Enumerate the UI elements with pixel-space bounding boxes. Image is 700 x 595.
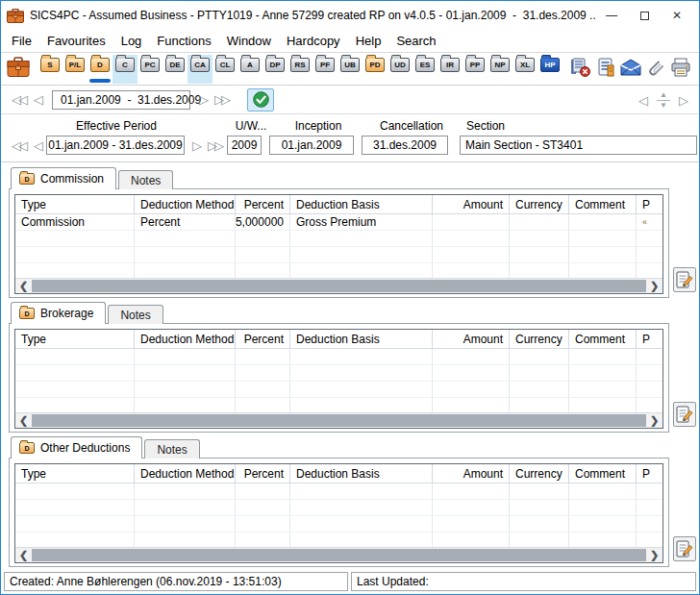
scrollbar-right-arrow[interactable]: ❯ — [646, 279, 662, 293]
column-header-comment[interactable]: Comment — [569, 195, 637, 213]
column-header-comment[interactable]: Comment — [569, 464, 637, 483]
column-header-deduction-method[interactable]: Deduction Method — [135, 195, 236, 213]
edit-other-deductions-button[interactable] — [673, 536, 696, 561]
minimize-button[interactable]: — — [595, 3, 628, 28]
maximize-button[interactable] — [628, 3, 661, 28]
delete-record-icon[interactable] — [568, 55, 593, 80]
scrollbar-right-arrow[interactable]: ❯ — [646, 413, 662, 428]
toolbar-button-ud[interactable]: UD — [388, 55, 412, 84]
column-header-type[interactable]: Type — [15, 195, 135, 213]
table-row-empty-0[interactable] — [15, 231, 662, 247]
menu-log[interactable]: Log — [113, 34, 150, 48]
confirm-button[interactable] — [247, 88, 274, 112]
toolbar-button-pd[interactable]: PD — [362, 55, 388, 84]
attachment-icon[interactable] — [643, 55, 668, 80]
column-header-amount[interactable]: Amount — [433, 195, 510, 213]
toolbar-button-es[interactable]: ES — [412, 55, 438, 84]
column-header-currency[interactable]: Currency — [510, 195, 569, 213]
next-record-button[interactable]: ▷ — [196, 93, 212, 106]
briefcase-icon[interactable] — [7, 57, 30, 78]
close-button[interactable]: ✕ — [661, 3, 693, 28]
tab-brokerage[interactable]: DBrokerage — [11, 302, 106, 324]
column-header-p[interactable]: P — [637, 330, 662, 348]
column-header-percent[interactable]: Percent — [236, 330, 290, 348]
column-header-p[interactable]: P — [637, 464, 662, 483]
effective-last-button[interactable]: ▷▷ — [205, 139, 227, 152]
column-header-percent[interactable]: Percent — [236, 195, 290, 213]
scrollbar-left-arrow[interactable]: ❮ — [15, 279, 32, 293]
scrollbar-left-arrow[interactable]: ❮ — [15, 548, 32, 562]
last-record-button[interactable]: ▷▷ — [212, 93, 234, 106]
toolbar-button-ub[interactable]: UB — [338, 55, 362, 84]
column-header-type[interactable]: Type — [15, 330, 135, 348]
toolbar-button-s[interactable]: S — [38, 55, 62, 84]
toolbar-button-ca[interactable]: CA — [188, 55, 212, 84]
menu-file[interactable]: File — [4, 34, 39, 48]
toolbar-button-cl[interactable]: CL — [212, 55, 238, 84]
first-record-button[interactable]: ◁◁ — [9, 93, 31, 106]
column-header-deduction-basis[interactable]: Deduction Basis — [290, 330, 433, 348]
table-row-empty-2[interactable] — [15, 516, 662, 533]
report-list-icon[interactable] — [593, 55, 618, 80]
effective-period-field[interactable]: 01.jan.2009 - 31.des.2009 — [46, 136, 185, 155]
menu-favourites[interactable]: Favourites — [39, 34, 113, 48]
effective-first-button[interactable]: ◁◁ — [9, 139, 31, 152]
toolbar-button-pf[interactable]: PF — [312, 55, 338, 84]
horizontal-scrollbar[interactable]: ❮❯ — [15, 278, 662, 293]
toolbar-button-np[interactable]: NP — [488, 55, 512, 84]
toolbar-button-de[interactable]: DE — [162, 55, 188, 84]
toolbar-button-a[interactable]: A — [238, 55, 262, 84]
scrollbar-left-arrow[interactable]: ❮ — [15, 413, 32, 428]
mail-icon[interactable] — [618, 55, 643, 80]
edit-commission-button[interactable] — [673, 267, 696, 292]
menu-hardcopy[interactable]: Hardcopy — [279, 34, 348, 48]
table-row-0[interactable]: CommissionPercent5,000000Gross Premium« — [15, 214, 662, 231]
column-header-deduction-basis[interactable]: Deduction Basis — [290, 195, 433, 213]
tab-notes-brokerage[interactable]: Notes — [108, 305, 162, 324]
inception-field[interactable]: 01.jan.2009 — [269, 136, 354, 155]
uw-year-field[interactable]: 2009 — [227, 136, 262, 155]
column-header-deduction-method[interactable]: Deduction Method — [135, 330, 236, 348]
scrollbar-thumb[interactable] — [32, 280, 646, 292]
tab-commission[interactable]: DCommission — [11, 167, 116, 189]
column-header-deduction-basis[interactable]: Deduction Basis — [290, 464, 433, 483]
scrollbar-thumb[interactable] — [32, 549, 646, 561]
table-row-empty-2[interactable] — [15, 382, 662, 398]
toolbar-button-dp[interactable]: DP — [262, 55, 288, 84]
column-header-comment[interactable]: Comment — [569, 330, 637, 348]
toolbar-button-pp[interactable]: PP — [462, 55, 488, 84]
period-navigation-field[interactable]: 01.jan.2009 - 31.des.2009 — [52, 90, 190, 110]
menu-functions[interactable]: Functions — [149, 34, 218, 48]
table-row-empty-1[interactable] — [15, 500, 662, 516]
tab-other-deductions[interactable]: DOther Deductions — [11, 436, 142, 459]
table-row-empty-0[interactable] — [15, 349, 662, 365]
scroll-left-button[interactable]: ◁ — [636, 94, 651, 107]
horizontal-scrollbar[interactable]: ❮❯ — [15, 412, 662, 428]
splitter-control[interactable]: ▲ ▼ — [657, 91, 670, 110]
column-header-currency[interactable]: Currency — [510, 464, 569, 483]
column-header-amount[interactable]: Amount — [433, 330, 510, 348]
cancellation-field[interactable]: 31.des.2009 — [362, 136, 448, 155]
column-header-amount[interactable]: Amount — [433, 464, 510, 483]
effective-next-button[interactable]: ▷ — [189, 139, 205, 152]
print-icon[interactable] — [668, 55, 693, 80]
column-header-currency[interactable]: Currency — [510, 330, 569, 348]
table-row-empty-0[interactable] — [15, 483, 662, 500]
toolbar-button-rs[interactable]: RS — [288, 55, 312, 84]
edit-brokerage-button[interactable] — [673, 402, 696, 427]
effective-prev-button[interactable]: ◁ — [31, 139, 46, 152]
section-field[interactable]: Main Section - ST3401 — [460, 136, 697, 155]
toolbar-button-pc[interactable]: PC — [138, 55, 162, 84]
tab-notes-other-deductions[interactable]: Notes — [144, 439, 199, 459]
toolbar-button-d[interactable]: D — [88, 55, 112, 84]
menu-help[interactable]: Help — [348, 34, 389, 48]
menu-search[interactable]: Search — [388, 34, 443, 48]
table-row-empty-1[interactable] — [15, 365, 662, 382]
table-row-empty-1[interactable] — [15, 247, 662, 263]
toolbar-button-xl[interactable]: XL — [512, 55, 538, 84]
previous-record-button[interactable]: ◁ — [31, 93, 46, 106]
horizontal-scrollbar[interactable]: ❮❯ — [15, 547, 662, 562]
scrollbar-right-arrow[interactable]: ❯ — [646, 548, 662, 562]
menu-window[interactable]: Window — [219, 34, 279, 48]
column-header-type[interactable]: Type — [15, 464, 135, 483]
